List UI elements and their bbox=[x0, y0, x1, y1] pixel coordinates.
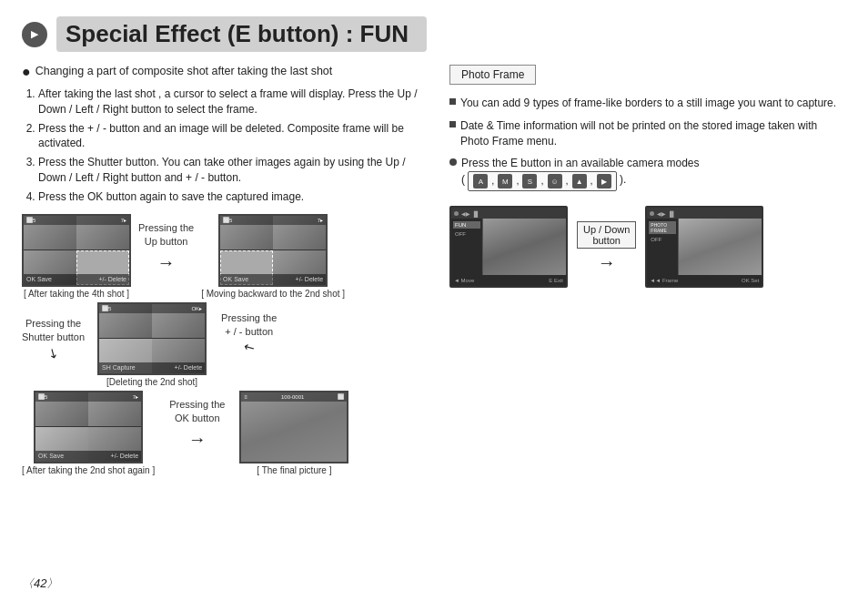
arrow-plus: ↘ bbox=[240, 339, 257, 357]
press-up-label: Pressing theUp button bbox=[138, 221, 194, 250]
cam-photo-1 bbox=[483, 219, 566, 275]
cam-menu-item-4 bbox=[453, 243, 480, 245]
cam-menu-off-1: OFF bbox=[453, 230, 480, 238]
image-label-3: [Deleting the 2nd shot] bbox=[106, 377, 197, 387]
header-arrow-icon bbox=[22, 22, 47, 47]
middle-image-row: Pressing theShutter button ↘ ⬜5 bbox=[22, 302, 431, 387]
steps-list: After taking the last shot , a cursor to… bbox=[22, 87, 431, 205]
arrow-ok: → bbox=[188, 429, 207, 450]
image-block-3: ⬜5 OK▸ SH Capture +/- Delete [Deleting t… bbox=[97, 302, 207, 387]
mode-icon-auto: A bbox=[473, 174, 488, 188]
square-icon-1 bbox=[449, 98, 456, 105]
press-plus-block: Pressing the+ / - button ↘ bbox=[221, 311, 277, 356]
page-number: 〈42〉 bbox=[22, 576, 58, 592]
photo-frame-tab: Photo Frame bbox=[449, 65, 536, 85]
cam-ui-bottom-4: OK Save +/- Delete bbox=[35, 451, 141, 462]
cam-bottom-bar-2: ◄◄ Frame OK Set bbox=[647, 275, 762, 286]
right-column: Photo Frame You can add 9 types of frame… bbox=[449, 65, 846, 588]
up-down-label: Up / Downbutton bbox=[577, 221, 636, 249]
final-photo bbox=[241, 392, 347, 462]
press-shutter-block: Pressing theShutter button ↘ bbox=[22, 317, 85, 362]
cam-body-1: FUN OFF bbox=[451, 219, 566, 275]
step-2: Press the + / - button and an image will… bbox=[38, 121, 431, 152]
cam-photo-person-1 bbox=[483, 219, 566, 275]
note-2: Date & Time information will not be prin… bbox=[449, 118, 846, 149]
cam-photo-2 bbox=[679, 219, 762, 275]
cam-ui-top-2: ⬜5 7▸ bbox=[220, 216, 326, 225]
header: Special Effect (E button) : FUN bbox=[22, 16, 846, 52]
modes-bullet: Press the E button in an available camer… bbox=[449, 156, 846, 191]
press-shutter-label: Pressing theShutter button bbox=[22, 317, 85, 345]
square-icon-2 bbox=[449, 121, 456, 127]
arrow-screens: → bbox=[598, 252, 616, 273]
cam-screen-1: ◀▶ ▐▌ FUN OFF ◄ Mov bbox=[449, 206, 568, 288]
cam-ui-bottom-1: OK Save +/- Delete bbox=[24, 274, 129, 285]
cam-image-3: ⬜5 OK▸ SH Capture +/- Delete bbox=[97, 302, 207, 375]
image-block-2: ⬜5 7▸ OK Save +/- Delete [ Moving backwa… bbox=[201, 214, 345, 299]
cam-ui-bottom-3: SH Capture +/- Delete bbox=[99, 362, 205, 373]
cam-image-5: ≡ 100-0001 ⬜ bbox=[239, 391, 348, 463]
step-1: After taking the last shot , a cursor to… bbox=[38, 87, 431, 117]
cam-menu-off-2: OFF bbox=[649, 236, 676, 243]
cam-indicator-1 bbox=[454, 211, 459, 216]
step-4: Press the OK button again to save the ca… bbox=[38, 189, 431, 205]
cam-image-4: ⬜5 7▸ OK Save +/- Delete bbox=[34, 391, 143, 463]
left-column: ● Changing a part of composite shot afte… bbox=[22, 65, 431, 588]
arrow-shutter: ↘ bbox=[45, 344, 61, 362]
step-3: Press the Shutter button. You can take o… bbox=[38, 155, 431, 186]
cam-menu2-item-3 bbox=[649, 245, 676, 247]
cam-menu-fun: FUN bbox=[453, 221, 480, 229]
page-title: Special Effect (E button) : FUN bbox=[56, 16, 427, 52]
cam-top-bar-2: ◀▶ ▐▌ bbox=[647, 208, 762, 219]
cam-photo-person-2 bbox=[679, 219, 762, 275]
content-area: ● Changing a part of composite shot afte… bbox=[22, 65, 846, 588]
arrow-right-1: → bbox=[157, 252, 176, 273]
mode-icon-face: ☺ bbox=[548, 174, 562, 188]
cam-menu2-item-4 bbox=[649, 249, 676, 250]
page: Special Effect (E button) : FUN ● Changi… bbox=[0, 0, 868, 601]
intro-bullet: ● Changing a part of composite shot afte… bbox=[22, 65, 431, 79]
cam-menu-item-3 bbox=[453, 239, 480, 241]
press-ok-block: Pressing theOK button → bbox=[169, 398, 225, 451]
mode-icon-s: S bbox=[522, 174, 537, 188]
cam-top-bar-1: ◀▶ ▐▌ bbox=[451, 208, 566, 219]
press-plus-label: Pressing the+ / - button bbox=[221, 311, 277, 340]
mode-icon-m: M bbox=[498, 174, 512, 188]
image-label-5: [ The final picture ] bbox=[257, 465, 331, 475]
cam-body-2: PHOTO FRAME OFF bbox=[647, 219, 762, 275]
bottom-image-row: ⬜5 7▸ OK Save +/- Delete [ After taking … bbox=[22, 391, 431, 475]
right-screens: ◀▶ ▐▌ FUN OFF ◄ Mov bbox=[449, 206, 846, 288]
note-1: You can add 9 types of frame-like border… bbox=[449, 96, 846, 111]
cam-menu-1: FUN OFF bbox=[451, 219, 483, 275]
cam-screen-2: ◀▶ ▐▌ PHOTO FRAME OFF bbox=[645, 206, 763, 288]
cam-ui-top-1: ⬜5 7▸ bbox=[24, 216, 129, 225]
cam-image-1: ⬜5 7▸ OK Save +/- Delete bbox=[22, 214, 131, 287]
image-block-4: ⬜5 7▸ OK Save +/- Delete [ After taking … bbox=[22, 391, 155, 475]
image-label-2: [ Moving backward to the 2nd shot ] bbox=[201, 289, 345, 299]
image-label-4: [ After taking the 2nd shot again ] bbox=[22, 465, 155, 475]
top-image-row: ⬜5 7▸ OK Save +/- Delete [ After taking … bbox=[22, 214, 431, 299]
circle-icon bbox=[449, 158, 457, 166]
up-down-block: Up / Downbutton → bbox=[577, 221, 636, 273]
press-up-block: Pressing theUp button → bbox=[138, 221, 194, 274]
image-block-1: ⬜5 7▸ OK Save +/- Delete [ After taking … bbox=[22, 214, 131, 299]
cam-ui-bottom-2: OK Save +/- Delete bbox=[220, 274, 326, 285]
mode-icon-video: ▶ bbox=[597, 174, 611, 188]
cam-menu-2: PHOTO FRAME OFF bbox=[647, 219, 679, 275]
cam-ui-top-4: ⬜5 7▸ bbox=[35, 392, 141, 402]
bullet-dot: ● bbox=[22, 65, 31, 79]
cam-indicator-2 bbox=[650, 211, 654, 216]
mode-icons-row: A , M , S , ☺ , ▲ , ▶ bbox=[468, 171, 616, 191]
cam-ui-top-5: ≡ 100-0001 ⬜ bbox=[241, 392, 347, 402]
cam-image-2: ⬜5 7▸ OK Save +/- Delete bbox=[218, 214, 328, 287]
mode-icon-scene: ▲ bbox=[572, 174, 587, 188]
cam-ui-top-3: ⬜5 OK▸ bbox=[99, 304, 205, 313]
image-label-1: [ After taking the 4th shot ] bbox=[24, 289, 129, 299]
cam-menu-photoframe: PHOTO FRAME bbox=[649, 221, 676, 234]
image-block-5: ≡ 100-0001 ⬜ [ The final picture ] bbox=[239, 391, 348, 475]
press-ok-label: Pressing theOK button bbox=[169, 398, 225, 426]
cam-bottom-bar-1: ◄ Move E Exit bbox=[451, 275, 566, 286]
